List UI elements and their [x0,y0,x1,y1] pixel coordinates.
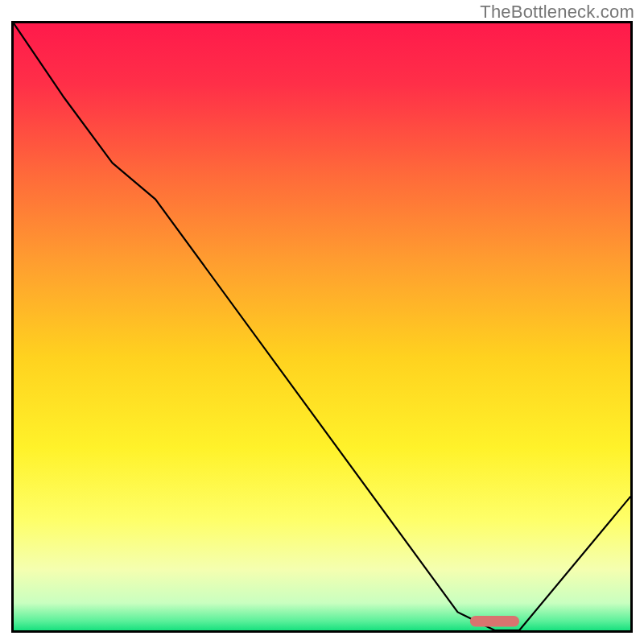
plot-area [14,23,630,630]
watermark-text: TheBottleneck.com [480,2,634,23]
optimal-range-marker [470,616,519,627]
curve-layer [14,23,630,630]
chart-frame: TheBottleneck.com [0,0,644,644]
bottleneck-curve [14,23,630,630]
plot-border [11,21,633,633]
